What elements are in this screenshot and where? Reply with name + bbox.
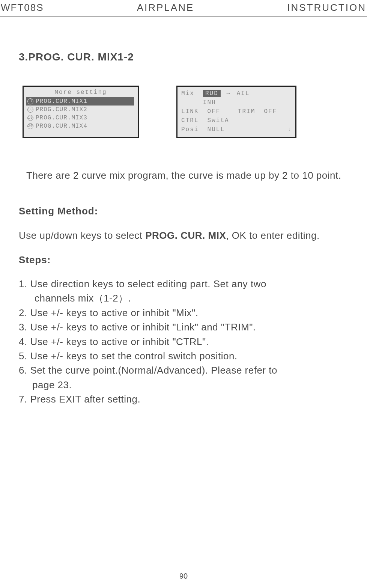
page-number: 90 — [179, 572, 188, 580]
page-header: WFT08S AIRPLANE INSTRUCTION — [0, 0, 367, 17]
lcd2-mix-source: RUD — [203, 90, 221, 97]
down-arrow-icon: ↓ — [288, 126, 292, 132]
lcd2-line5: Posi NULL ↓ — [181, 125, 292, 134]
lcd2-mix-label: Mix — [181, 90, 194, 97]
steps-list: 1. Use direction keys to select editing … — [19, 277, 348, 406]
step-7: 7. Press EXIT after setting. — [19, 392, 348, 406]
lcd2-line1: Mix RUD → AIL — [181, 89, 292, 98]
lcd2-trim-value: OFF — [264, 108, 277, 115]
lcd2-ctrl-value: SwitA — [208, 117, 229, 124]
description-text: There are 2 curve mix program, the curve… — [19, 168, 348, 183]
lcd2-link-value: OFF — [208, 108, 221, 115]
header-model: WFT08S — [1, 2, 44, 14]
step-1a: 1. Use direction keys to select editing … — [19, 277, 348, 291]
setting-method-bold: PROG. CUR. MIX — [145, 230, 226, 241]
lcd-screen-mix-settings: Mix RUD → AIL INH LINK OFF TRIM OFF CTRL… — [176, 86, 296, 138]
step-4: 4. Use +/- keys to active or inhibit "CT… — [19, 335, 348, 348]
lcd1-item-4-num: 20 — [27, 123, 33, 129]
step-5: 5. Use +/- keys to set the control switc… — [19, 349, 348, 363]
lcd2-posi-value: NULL — [208, 126, 225, 133]
lcd1-title: More setting — [27, 89, 134, 96]
setting-method-pre: Use up/down keys to select — [19, 230, 145, 241]
lcd1-item-1-label: PROG.CUR.MIX1 — [36, 98, 87, 105]
lcd2-posi-label: Posi — [181, 126, 199, 133]
lcd2-line2: INH — [181, 98, 292, 107]
lcd1-item-1: 17 PROG.CUR.MIX1 — [26, 97, 134, 106]
steps-title: Steps: — [19, 254, 348, 266]
setting-method-text: Use up/down keys to select PROG. CUR. MI… — [19, 228, 348, 243]
lcd1-item-3-num: 19 — [27, 115, 33, 121]
lcd1-item-1-num: 17 — [27, 98, 33, 104]
header-section: AIRPLANE — [137, 2, 194, 14]
lcd2-link-label: LINK — [181, 108, 199, 115]
lcd1-item-2: 18 PROG.CUR.MIX2 — [27, 106, 134, 114]
lcd1-item-2-label: PROG.CUR.MIX2 — [36, 106, 87, 113]
step-1b: channels mix（1-2）. — [19, 291, 348, 305]
step-3: 3. Use +/- keys to active or inhibit "Li… — [19, 320, 348, 334]
lcd1-item-3: 19 PROG.CUR.MIX3 — [27, 114, 134, 122]
header-doc-type: INSTRUCTION — [287, 2, 366, 14]
step-6a: 6. Set the curve point.(Normal/Advanced)… — [19, 363, 348, 377]
lcd-screen-more-setting: More setting 17 PROG.CUR.MIX1 18 PROG.CU… — [23, 86, 139, 138]
step-2: 2. Use +/- keys to active or inhibit "Mi… — [19, 306, 348, 320]
setting-method-title: Setting Method: — [19, 205, 348, 217]
lcd2-line3: LINK OFF TRIM OFF — [181, 107, 292, 116]
lcd1-item-2-num: 18 — [27, 107, 33, 113]
lcd1-item-4: 20 PROG.CUR.MIX4 — [27, 122, 134, 130]
section-title: 3.PROG. CUR. MIX1-2 — [19, 51, 348, 63]
page-content: 3.PROG. CUR. MIX1-2 More setting 17 PROG… — [0, 51, 367, 406]
lcd2-ctrl-label: CTRL — [181, 117, 199, 124]
setting-method-post: , OK to enter editing. — [226, 230, 319, 241]
lcd2-inh: INH — [203, 99, 216, 106]
lcd1-item-3-label: PROG.CUR.MIX3 — [36, 115, 87, 121]
lcd-screenshots: More setting 17 PROG.CUR.MIX1 18 PROG.CU… — [19, 86, 348, 138]
lcd2-trim-label: TRIM — [238, 108, 255, 115]
lcd2-line4: CTRL SwitA — [181, 116, 292, 125]
arrow-right-icon: → — [226, 90, 231, 97]
step-6b: page 23. — [19, 378, 348, 392]
lcd1-item-4-label: PROG.CUR.MIX4 — [36, 123, 87, 130]
lcd2-mix-target: AIL — [237, 90, 250, 97]
